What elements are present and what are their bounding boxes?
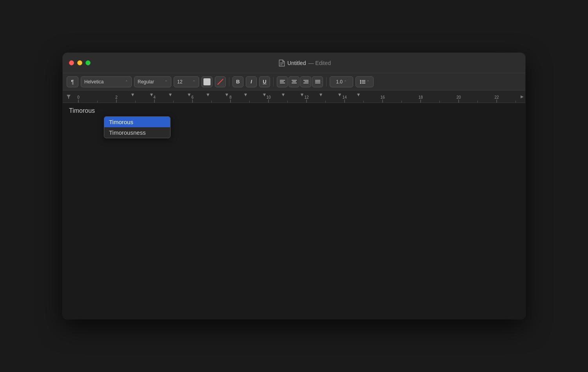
svg-marker-21: [67, 95, 71, 99]
traffic-lights: [69, 60, 91, 65]
autocomplete-item-0[interactable]: Timorous: [104, 117, 170, 127]
autocomplete-item-1[interactable]: Timorousness: [104, 127, 170, 138]
maximize-button[interactable]: [85, 60, 91, 65]
ruler-canvas: [74, 90, 519, 103]
text-line-1[interactable]: Timorous: [69, 106, 519, 116]
align-right-icon: [303, 79, 309, 84]
align-center-icon: [292, 79, 297, 84]
svg-point-19: [360, 83, 361, 84]
alignment-group: [277, 76, 323, 87]
toolbar-separator-2: [273, 77, 274, 87]
title-center: Untitled — Edited: [91, 60, 519, 67]
list-icon: [360, 79, 365, 84]
strikethrough-line-icon: [217, 79, 223, 85]
font-chevron-icon: ⌃: [125, 80, 128, 84]
underline-button[interactable]: U: [259, 76, 270, 87]
font-selector[interactable]: Helvetica ⌃: [81, 76, 132, 87]
strikethrough-button[interactable]: [215, 76, 226, 87]
line-spacing-button[interactable]: 1.0 ⌃: [330, 76, 353, 87]
paragraph-mark-button[interactable]: ¶: [67, 76, 78, 87]
window-title: Untitled: [287, 60, 306, 66]
spacing-chevron-icon: ⌃: [344, 80, 347, 84]
svg-point-17: [360, 81, 361, 83]
size-selector[interactable]: 12 ⌃: [174, 76, 199, 87]
size-chevron-icon: ⌃: [192, 80, 196, 84]
ruler: ▶: [63, 90, 525, 103]
autocomplete-dropdown[interactable]: Timorous Timorousness: [104, 116, 171, 138]
align-left-icon: [280, 79, 285, 84]
align-justify-button[interactable]: [312, 76, 323, 87]
ruler-inner: [74, 90, 519, 103]
app-window: Untitled — Edited ¶ Helvetica ⌃ Regular …: [63, 53, 525, 319]
title-bar: Untitled — Edited: [63, 53, 525, 73]
svg-point-15: [360, 80, 361, 81]
color-swatch: [203, 78, 211, 85]
close-button[interactable]: [69, 60, 74, 65]
list-button[interactable]: ⌃: [356, 76, 374, 87]
ruler-right-icon: ▶: [519, 90, 525, 103]
toolbar-separator-1: [229, 77, 229, 87]
align-left-button[interactable]: [277, 76, 288, 87]
italic-button[interactable]: I: [246, 76, 257, 87]
style-chevron-icon: ⌃: [165, 80, 168, 84]
list-chevron-icon: ⌃: [367, 80, 370, 84]
document-icon: [279, 60, 285, 67]
minimize-button[interactable]: [77, 60, 82, 65]
toolbar: ¶ Helvetica ⌃ Regular ⌃ 12 ⌃ B: [63, 73, 525, 90]
align-center-button[interactable]: [289, 76, 299, 87]
toolbar-separator-3: [326, 77, 327, 87]
document-area[interactable]: Timorous Timorous Timorousness: [63, 103, 525, 319]
style-selector[interactable]: Regular ⌃: [134, 76, 171, 87]
window-edited-label: — Edited: [308, 60, 331, 66]
text-color-button[interactable]: [201, 76, 212, 87]
align-justify-icon: [315, 79, 320, 84]
bold-button[interactable]: B: [232, 76, 243, 87]
ruler-filter-icon: [63, 90, 74, 103]
align-right-button[interactable]: [300, 76, 311, 87]
